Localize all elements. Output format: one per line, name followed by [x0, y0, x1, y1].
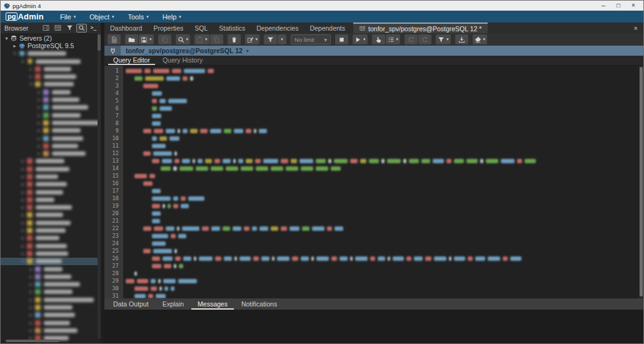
macro-button[interactable]: ▾ [436, 34, 451, 44]
tree-item-blurred[interactable]: ▸ [1, 149, 101, 157]
tree-item-blurred[interactable]: ▸ [1, 65, 101, 73]
tree-caret-icon[interactable]: ▸ [36, 97, 43, 103]
tree-item-blurred[interactable]: ▸ [1, 319, 101, 326]
edit-button[interactable]: ▾ [245, 34, 260, 44]
tree-caret-icon[interactable]: ▸ [36, 143, 43, 149]
tree-item-blurred[interactable]: ▸ [1, 104, 101, 111]
rollback-button[interactable] [418, 34, 431, 44]
close-tab-icon[interactable]: × [628, 23, 643, 33]
tab-explain[interactable]: Explain [156, 299, 190, 310]
tree-item-blurred[interactable]: ▸ [1, 226, 101, 234]
tab-query-tool-active[interactable]: tonfor_spv/postgres@PostgreSQL 12 * [353, 23, 488, 33]
tree-item-blurred[interactable]: ▸ [1, 119, 101, 126]
tab-sql[interactable]: SQL [189, 23, 213, 33]
tab-data-output[interactable]: Data Output [107, 299, 155, 310]
minimize-button[interactable]: – [596, 1, 611, 10]
tree-caret-icon[interactable]: ▸ [19, 197, 26, 203]
tree-caret-icon[interactable]: ▸ [19, 181, 26, 187]
tree-item-blurred[interactable]: ▸ [1, 273, 101, 280]
tree-caret-icon[interactable]: ▸ [28, 66, 34, 72]
tree-item-blurred[interactable]: ▸ [1, 134, 101, 142]
tree-item-blurred[interactable]: ▸ [1, 235, 101, 242]
tree-caret-icon[interactable]: ▾ [19, 59, 26, 64]
tree-item-blurred[interactable]: ▸ [1, 326, 101, 334]
tree-item-blurred[interactable]: ▸ [1, 181, 101, 188]
psql-tool-icon[interactable]: >_ [88, 24, 99, 33]
tree-caret-icon[interactable]: ▸ [36, 136, 43, 141]
execute-button[interactable]: ▾ [353, 34, 368, 44]
clear-button[interactable]: ▾ [473, 34, 488, 44]
tree-caret-icon[interactable]: ▸ [28, 274, 34, 280]
menu-file[interactable]: File▾ [60, 13, 76, 21]
tree-item-blurred[interactable]: ▸ [1, 219, 101, 226]
tab-dependencies[interactable]: Dependencies [251, 23, 304, 33]
open-file-button[interactable] [125, 34, 138, 44]
file-button[interactable] [108, 34, 121, 44]
tree-item-blurred[interactable]: ▸ [1, 281, 101, 288]
tree-caret-icon[interactable]: ▾ [3, 36, 10, 41]
commit-button[interactable] [405, 34, 418, 44]
tree-caret-icon[interactable]: ▾ [11, 51, 18, 56]
download-csv-button[interactable] [455, 34, 468, 44]
tree-item-blurred[interactable]: ▸ [1, 188, 101, 196]
tab-query-history[interactable]: Query History [158, 56, 208, 65]
tree-item-blurred[interactable]: ▸ [1, 165, 101, 173]
tree-caret-icon[interactable]: ▸ [28, 312, 34, 318]
menu-object[interactable]: Object▾ [89, 13, 114, 21]
expand-panel-icon[interactable] [41, 24, 51, 33]
tree-item-blurred[interactable]: ▸ [1, 111, 101, 119]
filter-options-button[interactable]: ▾ [278, 34, 286, 44]
tab-statistics[interactable]: Statistics [213, 23, 251, 33]
tree-item-blurred[interactable]: ▾ [1, 81, 101, 88]
tree-caret-icon[interactable]: ▸ [36, 104, 43, 110]
row-limit-select[interactable]: No limit▾ [291, 34, 331, 44]
tree-caret-icon[interactable]: ▸ [36, 128, 43, 133]
tree-caret-icon[interactable]: ▸ [28, 289, 34, 295]
tree-item-blurred[interactable]: ▸ [1, 196, 101, 203]
tree-caret-icon[interactable]: ▸ [36, 151, 43, 156]
tree-item-blurred[interactable]: ▸ [1, 265, 101, 273]
tree-caret-icon[interactable]: ▸ [19, 235, 26, 241]
tree-caret-icon[interactable]: ▸ [19, 166, 26, 172]
tree-item-blurred[interactable]: ▸ [1, 142, 101, 149]
find-button[interactable]: ▾ [176, 34, 191, 44]
tree-caret-icon[interactable]: ▸ [19, 205, 26, 210]
tree-caret-icon[interactable]: ▸ [36, 113, 43, 118]
sql-code-area[interactable] [123, 67, 638, 298]
tree-item-blurred[interactable]: ▾ [1, 50, 101, 58]
tree-caret-icon[interactable]: ▸ [19, 243, 26, 249]
delete-button[interactable] [228, 34, 241, 44]
tree-item-blurred[interactable]: ▸ [1, 303, 101, 311]
copy-button[interactable] [210, 34, 223, 44]
sidebar-horizontal-scrollbar[interactable] [1, 340, 101, 343]
filter-tree-icon[interactable] [64, 24, 75, 33]
close-window-button[interactable]: × [626, 1, 641, 10]
connection-dropdown-icon[interactable]: ▾ [246, 48, 249, 54]
tab-query-editor[interactable]: Query Editor [108, 56, 155, 65]
tree-caret-icon[interactable]: ▸ [28, 328, 34, 333]
maximize-button[interactable]: □ [611, 1, 626, 10]
tab-dependents[interactable]: Dependents [304, 23, 351, 33]
editor-vertical-scrollbar[interactable] [639, 66, 643, 298]
filter-button[interactable] [264, 34, 277, 44]
search-objects-icon[interactable] [76, 24, 87, 33]
tree-item-blurred[interactable]: ▸ [1, 211, 101, 219]
tree-caret-icon[interactable]: ▸ [19, 251, 26, 256]
tree-caret-icon[interactable]: ▸ [19, 174, 26, 180]
tree-caret-icon[interactable]: ▸ [28, 305, 34, 310]
tree-caret-icon[interactable]: ▸ [19, 190, 26, 195]
tab-messages[interactable]: Messages [191, 299, 234, 310]
stop-button[interactable] [335, 34, 348, 44]
tree-caret-icon[interactable]: ▸ [28, 266, 34, 272]
paste-button[interactable]: ▾ [194, 34, 209, 44]
tree-caret-icon[interactable]: ▸ [36, 89, 43, 95]
tree-caret-icon[interactable]: ▸ [28, 74, 34, 79]
sidebar-vertical-scrollbar[interactable] [98, 33, 101, 338]
tree-item-blurred[interactable]: ▸ [1, 158, 101, 165]
tree-caret-icon[interactable]: ▸ [11, 43, 18, 49]
tree-item-blurred[interactable]: ▸ [1, 250, 101, 257]
tree-item-blurred[interactable]: ▸ [1, 88, 101, 96]
tree-item-blurred[interactable]: ▸ [1, 127, 101, 134]
save-button[interactable]: ▾ [139, 34, 154, 44]
connection-bar[interactable]: tonfor_spv/postgres@PostgreSQL 12 ▾ [104, 46, 643, 56]
